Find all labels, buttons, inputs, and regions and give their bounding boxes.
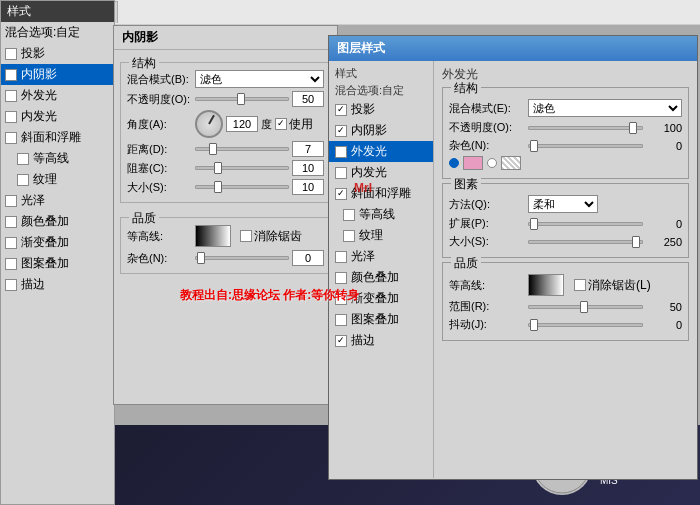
outer-glow-checkbox[interactable] <box>5 90 17 102</box>
left-item-satin[interactable]: 光泽 <box>1 190 114 211</box>
left-item-stroke[interactable]: 描边 <box>1 274 114 295</box>
color-overlay-checkbox[interactable] <box>5 216 17 228</box>
left-item-pattern-overlay[interactable]: 图案叠加 <box>1 253 114 274</box>
left-item-bevel[interactable]: 斜面和浮雕 <box>1 127 114 148</box>
opacity-value[interactable] <box>292 91 324 107</box>
alias-check[interactable] <box>240 230 252 242</box>
distance-slider-handle[interactable] <box>209 143 217 155</box>
left-item-gradient-overlay[interactable]: 渐变叠加 <box>1 232 114 253</box>
left-item-inner-glow[interactable]: 内发光 <box>1 106 114 127</box>
size-slider-handle[interactable] <box>214 181 222 193</box>
remove-alias-cb[interactable]: 消除锯齿 <box>240 228 302 245</box>
right-opacity-handle[interactable] <box>629 122 637 134</box>
d-stroke-cb[interactable] <box>335 335 347 347</box>
noise-value[interactable] <box>292 250 324 266</box>
right-size-slider[interactable] <box>528 235 643 249</box>
shadow-checkbox[interactable] <box>5 48 17 60</box>
dialog-item-satin[interactable]: 光泽 <box>329 246 433 267</box>
left-item-contour[interactable]: 等高线 <box>1 148 114 169</box>
inner-glow-label: 内发光 <box>21 108 57 125</box>
right-alias-check[interactable] <box>574 279 586 291</box>
left-item-inner-shadow[interactable]: 内阴影 <box>1 64 114 85</box>
left-item-shadow[interactable]: 投影 <box>1 43 114 64</box>
dialog-item-inner-glow[interactable]: 内发光 <box>329 162 433 183</box>
radio-gradient[interactable] <box>487 158 497 168</box>
d-grad-overlay-cb[interactable] <box>335 293 347 305</box>
dialog-item-grad-overlay[interactable]: 渐变叠加 <box>329 288 433 309</box>
method-select[interactable]: 柔和 精确 <box>528 195 598 213</box>
choke-slider[interactable] <box>195 161 289 175</box>
jitter-handle[interactable] <box>530 319 538 331</box>
dialog-item-bevel[interactable]: 斜面和浮雕 <box>329 183 433 204</box>
right-blend-select[interactable]: 滤色 正常 <box>528 99 682 117</box>
color-swatch-pink[interactable] <box>463 156 483 170</box>
d-col-overlay-cb[interactable] <box>335 272 347 284</box>
range-handle[interactable] <box>580 301 588 313</box>
radio-color-circle[interactable] <box>449 158 459 168</box>
inner-glow-checkbox[interactable] <box>5 111 17 123</box>
right-noise-slider[interactable] <box>528 139 643 153</box>
contour-preview[interactable] <box>195 225 231 247</box>
bevel-checkbox[interactable] <box>5 132 17 144</box>
dialog-item-pat-overlay[interactable]: 图案叠加 <box>329 309 433 330</box>
blend-mode-select[interactable]: 滤色 正常 <box>195 70 324 88</box>
satin-checkbox[interactable] <box>5 195 17 207</box>
stroke-checkbox[interactable] <box>5 279 17 291</box>
use-global-checkbox[interactable]: 使用 <box>275 116 313 133</box>
pattern-overlay-checkbox[interactable] <box>5 258 17 270</box>
texture-checkbox[interactable] <box>17 174 29 186</box>
opacity-slider-handle[interactable] <box>237 93 245 105</box>
d-satin-cb[interactable] <box>335 251 347 263</box>
angle-value[interactable] <box>226 116 258 132</box>
use-global-check[interactable] <box>275 118 287 130</box>
distance-value[interactable] <box>292 141 324 157</box>
size-value[interactable] <box>292 179 324 195</box>
choke-slider-handle[interactable] <box>214 162 222 174</box>
right-structure-title: 结构 <box>451 80 481 97</box>
right-contour-preview[interactable] <box>528 274 564 296</box>
radio-gradient-circle[interactable] <box>487 158 497 168</box>
contour-checkbox[interactable] <box>17 153 29 165</box>
jitter-slider[interactable] <box>528 318 643 332</box>
d-bevel-cb[interactable] <box>335 188 347 200</box>
inner-shadow-checkbox[interactable] <box>5 69 17 81</box>
noise-slider[interactable] <box>195 251 289 265</box>
right-contour-row: 等高线: 消除锯齿(L) <box>449 274 682 296</box>
radio-color[interactable] <box>449 158 459 168</box>
d-outer-glow-cb[interactable] <box>335 146 347 158</box>
d-texture-cb[interactable] <box>343 230 355 242</box>
dialog-item-contour[interactable]: 等高线 <box>329 204 433 225</box>
left-item-outer-glow[interactable]: 外发光 <box>1 85 114 106</box>
dialog-item-shadow[interactable]: 投影 <box>329 99 433 120</box>
size-slider[interactable] <box>195 180 289 194</box>
d-inner-glow-cb[interactable] <box>335 167 347 179</box>
dialog-item-inner-shadow[interactable]: 内阴影 <box>329 120 433 141</box>
gradient-swatch[interactable] <box>501 156 521 170</box>
distance-slider[interactable] <box>195 142 289 156</box>
spread-slider[interactable] <box>528 217 643 231</box>
opacity-slider-container[interactable] <box>195 92 289 106</box>
left-item-color-overlay[interactable]: 颜色叠加 <box>1 211 114 232</box>
right-opacity-slider[interactable] <box>528 121 643 135</box>
d-contour-cb[interactable] <box>343 209 355 221</box>
dialog-item-outer-glow[interactable]: 外发光 <box>329 141 433 162</box>
left-item-blend[interactable]: 混合选项:自定 <box>1 22 114 43</box>
dialog-item-texture[interactable]: 纹理 <box>329 225 433 246</box>
dialog-item-stroke[interactable]: 描边 <box>329 330 433 351</box>
dialog-titlebar: 图层样式 <box>329 36 697 61</box>
choke-value[interactable] <box>292 160 324 176</box>
gradient-overlay-checkbox[interactable] <box>5 237 17 249</box>
d-shadow-cb[interactable] <box>335 104 347 116</box>
range-slider[interactable] <box>528 300 643 314</box>
right-alias-cb[interactable]: 消除锯齿(L) <box>574 277 651 294</box>
spread-handle[interactable] <box>530 218 538 230</box>
dialog-item-col-overlay[interactable]: 颜色叠加 <box>329 267 433 288</box>
noise-slider-handle[interactable] <box>197 252 205 264</box>
right-size-handle[interactable] <box>632 236 640 248</box>
angle-dial[interactable] <box>195 110 223 138</box>
d-inner-shadow-cb[interactable] <box>335 125 347 137</box>
d-pat-overlay-cb[interactable] <box>335 314 347 326</box>
left-item-texture[interactable]: 纹理 <box>1 169 114 190</box>
d-pat-overlay-label: 图案叠加 <box>351 311 399 328</box>
right-noise-handle[interactable] <box>530 140 538 152</box>
